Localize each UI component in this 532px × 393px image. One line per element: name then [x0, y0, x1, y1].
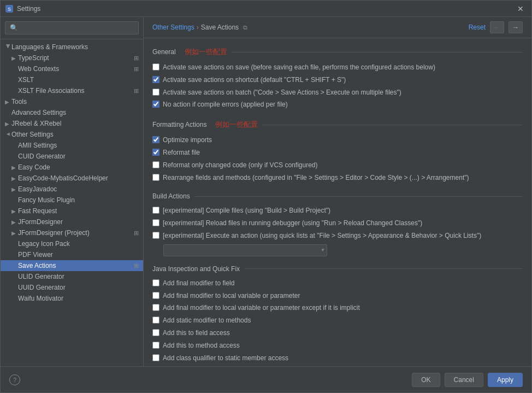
sidebar-item-xslt[interactable]: XSLT [1, 74, 143, 85]
java-inspection-section: Java Inspection and Quick Fix Add final … [152, 265, 523, 365]
checkbox-label-add-class-qualifier: Add class qualifier to static member acc… [163, 354, 288, 363]
arrow-icon: ▶ [11, 55, 18, 61]
checkbox-add-this-field[interactable] [152, 329, 159, 336]
sidebar-item-label: EasyJavadoc [18, 185, 139, 193]
checkbox-add-this-method[interactable] [152, 342, 159, 349]
sidebar-item-languages-frameworks[interactable]: ▶Languages & Frameworks [1, 42, 143, 52]
sidebar-item-jformdesigner[interactable]: ▶JFormDesigner [1, 216, 143, 227]
sidebar-item-waifu-motivator[interactable]: Waifu Motivator [1, 293, 143, 304]
search-box [1, 17, 143, 39]
sidebar-item-label: Fast Request [18, 207, 139, 215]
checkbox-item-activate-on-save: Activate save actions on save (before sa… [152, 61, 523, 74]
checkbox-add-final-local-except[interactable] [152, 304, 159, 311]
checkbox-label-reformat-only-changed: Reformat only changed code (only if VCS … [163, 161, 317, 170]
arrow-icon: ▶ [11, 230, 18, 236]
checkbox-activate-on-shortcut[interactable] [152, 76, 159, 83]
sidebar-item-fast-request[interactable]: ▶Fast Request [1, 206, 143, 216]
checkbox-label-reformat-file: Reformat file [163, 148, 200, 157]
checkbox-no-action-on-compile-error[interactable] [152, 101, 159, 108]
copy-icon[interactable]: ⧉ [243, 24, 247, 31]
sidebar-item-amii-settings[interactable]: AMII Settings [1, 140, 143, 151]
checkbox-label-activate-on-batch: Activate save actions on batch ("Code > … [163, 88, 401, 97]
general-checkboxes: Activate save actions on save (before sa… [152, 61, 523, 111]
checkbox-rearrange-fields[interactable] [152, 174, 159, 181]
header-actions: Reset ← → [469, 21, 523, 33]
sidebar-item-easyjavadoc[interactable]: ▶EasyJavadoc [1, 184, 143, 195]
sidebar-item-easy-code[interactable]: ▶Easy Code [1, 162, 143, 173]
java-inspection-header: Java Inspection and Quick Fix [152, 265, 523, 273]
breadcrumb-parent[interactable]: Other Settings [152, 24, 194, 31]
build-title: Build Actions [152, 192, 190, 200]
copy-badge-icon: ⊞ [134, 66, 139, 73]
checkbox-reformat-only-changed[interactable] [152, 161, 159, 168]
sidebar-item-fancy-music[interactable]: Fancy Music Plugin [1, 195, 143, 206]
sidebar-item-typescript[interactable]: ▶TypeScript⊞ [1, 52, 143, 63]
sidebar-item-label: XSLT File Associations [18, 87, 134, 95]
apply-button[interactable]: Apply [488, 373, 523, 387]
bottom-bar: ? OK Cancel Apply [1, 366, 531, 392]
checkbox-label-add-this-method: Add this to method access [163, 341, 240, 350]
sidebar-item-pdf-viewer[interactable]: PDF Viewer [1, 249, 143, 260]
checkbox-label-add-this-field: Add this to field access [163, 329, 230, 338]
checkbox-compile-files[interactable] [152, 207, 159, 214]
forward-button[interactable]: → [509, 21, 523, 33]
sidebar-item-legacy-icon-pack[interactable]: Legacy Icon Pack [1, 238, 143, 249]
sidebar-item-uuid-generator[interactable]: UUID Generator [1, 282, 143, 293]
sidebar-item-label: Save Actions [18, 262, 134, 269]
checkbox-reload-debugger[interactable] [152, 219, 159, 226]
checkbox-optimize-imports[interactable] [152, 136, 159, 143]
sidebar-item-label: JRebel & XRebel [11, 120, 139, 127]
checkbox-activate-on-batch[interactable] [152, 89, 159, 96]
checkbox-item-rearrange-fields: Rearrange fields and methods (configured… [152, 172, 523, 184]
sidebar-item-jformdesigner-project[interactable]: ▶JFormDesigner (Project)⊞ [1, 227, 143, 238]
formatting-title: Formatting Actions [152, 121, 206, 128]
build-action-dropdown[interactable] [163, 244, 327, 256]
sidebar-item-label: JFormDesigner [18, 218, 139, 226]
sidebar-item-advanced-settings[interactable]: Advanced Settings [1, 107, 143, 118]
help-button[interactable]: ? [9, 374, 20, 385]
reset-button[interactable]: Reset [469, 24, 486, 31]
sidebar-item-ulid-generator[interactable]: ULID Generator [1, 271, 143, 282]
checkbox-item-reformat-only-changed: Reformat only changed code (only if VCS … [152, 159, 523, 172]
sidebar-item-label: XSLT [18, 76, 139, 84]
arrow-icon: ▶ [5, 99, 11, 105]
sidebar-item-label: Advanced Settings [11, 109, 139, 116]
sidebar-item-tools[interactable]: ▶Tools [1, 96, 143, 107]
arrow-icon: ▶ [11, 219, 18, 225]
arrow-icon: ▶ [11, 186, 18, 192]
general-annotation: 例如一些配置 [185, 47, 227, 57]
search-input[interactable] [5, 21, 139, 34]
sidebar-item-web-contexts[interactable]: Web Contexts⊞ [1, 63, 143, 74]
sidebar-item-label: Web Contexts [18, 65, 134, 73]
ok-button[interactable]: OK [412, 373, 440, 387]
checkbox-reformat-file[interactable] [152, 149, 159, 156]
sidebar-item-label: Fancy Music Plugin [18, 196, 139, 204]
cancel-button[interactable]: Cancel [445, 373, 483, 387]
breadcrumb: Other Settings › Save Actions ⧉ [152, 24, 469, 31]
sidebar-item-jrebel-xrebel[interactable]: ▶JRebel & XRebel [1, 118, 143, 129]
sidebar-item-other-settings[interactable]: ▼Other Settings [1, 129, 143, 140]
breadcrumb-separator: › [197, 24, 199, 31]
back-button[interactable]: ← [490, 21, 504, 33]
checkbox-execute-action[interactable] [152, 232, 159, 239]
checkbox-label-rearrange-fields: Rearrange fields and methods (configured… [163, 173, 469, 183]
checkbox-activate-on-save[interactable] [152, 63, 159, 71]
formatting-checkboxes: Optimize importsReformat fileReformat on… [152, 134, 523, 184]
checkbox-label-optimize-imports: Optimize imports [163, 136, 212, 145]
sidebar-item-save-actions[interactable]: Save Actions⊞ [1, 260, 143, 271]
general-section: General 例如一些配置 Activate save actions on … [152, 47, 523, 111]
checkbox-add-static-modifier[interactable] [152, 316, 159, 324]
checkbox-add-final-field[interactable] [152, 279, 159, 286]
sidebar-item-cuid-generator[interactable]: CUID Generator [1, 151, 143, 162]
close-button[interactable]: ✕ [514, 3, 527, 14]
checkbox-add-class-qualifier[interactable] [152, 354, 159, 361]
arrow-icon: ▶ [5, 44, 11, 50]
checkbox-add-final-local[interactable] [152, 292, 159, 299]
breadcrumb-current: Save Actions [201, 24, 239, 31]
checkbox-item-optimize-imports: Optimize imports [152, 134, 523, 146]
java-inspection-title: Java Inspection and Quick Fix [152, 265, 240, 273]
sidebar-item-xslt-file-assoc[interactable]: XSLT File Associations⊞ [1, 85, 143, 96]
checkbox-item-no-action-on-compile-error: No action if compile errors (applied per… [152, 98, 523, 111]
copy-badge-icon: ⊞ [134, 230, 139, 237]
sidebar-item-easycode-mybatis[interactable]: ▶EasyCode-MybatisCodeHelper [1, 173, 143, 184]
